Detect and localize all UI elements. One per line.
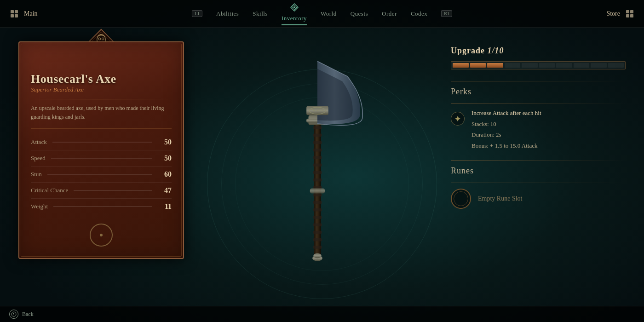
- rune-slot[interactable]: Empty Rune Slot: [451, 189, 626, 209]
- back-button[interactable]: Back: [9, 310, 34, 319]
- upgrade-segment-2: [487, 63, 503, 68]
- perk-details: Increase Attack after each hit Stacks: 1…: [472, 109, 626, 151]
- upgrade-segment-7: [574, 63, 590, 68]
- bottom-bar: Back: [0, 306, 644, 322]
- nav-item-world[interactable]: World: [321, 8, 337, 20]
- store-label[interactable]: Store: [606, 10, 620, 17]
- stat-row-critical: Critical Chance 47: [31, 183, 172, 199]
- main-content: Housecarl's Axe Superior Bearded Axe An …: [0, 28, 644, 322]
- upgrade-segment-8: [591, 63, 607, 68]
- svg-rect-28: [313, 208, 322, 212]
- svg-rect-3: [15, 14, 18, 17]
- perks-divider: [451, 81, 626, 81]
- nav-item-abilities[interactable]: Abilities: [216, 8, 239, 20]
- back-icon: [9, 310, 18, 319]
- back-label: Back: [22, 311, 34, 318]
- svg-rect-23: [313, 171, 322, 174]
- nav-right: Store: [606, 9, 635, 19]
- upgrade-segment-0: [453, 63, 469, 68]
- stat-bar-critical: [74, 190, 152, 191]
- main-label: Main: [24, 10, 38, 17]
- svg-rect-20: [313, 149, 322, 152]
- svg-rect-1: [15, 10, 18, 13]
- nav-item-inventory[interactable]: Inventory: [282, 12, 307, 24]
- svg-rect-26: [313, 193, 322, 196]
- r1-button[interactable]: R1: [441, 10, 452, 17]
- upgrade-segment-1: [470, 63, 486, 68]
- upgrade-segment-3: [505, 63, 521, 68]
- upgrade-segment-5: [539, 63, 555, 68]
- svg-rect-32: [313, 238, 322, 242]
- runes-divider: [451, 160, 626, 161]
- svg-rect-27: [313, 201, 322, 204]
- weapon-card: Housecarl's Axe Superior Bearded Axe An …: [18, 41, 184, 259]
- upgrade-section: Upgrade 1/10: [451, 46, 626, 69]
- svg-rect-29: [313, 216, 322, 219]
- svg-rect-24: [313, 178, 322, 182]
- perk-duration: Duration: 2s: [472, 129, 626, 140]
- svg-point-39: [313, 253, 321, 258]
- rune-inner: [454, 191, 468, 206]
- upgrade-bar: [451, 61, 626, 69]
- svg-rect-33: [313, 246, 322, 249]
- right-panel: Upgrade 1/10 Perks Increase Attack after…: [451, 41, 626, 209]
- weapon-divider: [31, 99, 172, 99]
- perks-title: Perks: [451, 87, 626, 97]
- svg-point-41: [12, 312, 16, 316]
- svg-rect-10: [630, 14, 633, 17]
- stat-bar-attack: [52, 142, 152, 143]
- weapon-bottom: [31, 224, 172, 247]
- weapon-description: An upscale bearded axe, used by men who …: [31, 104, 172, 121]
- perk-bonus: Bonus: + 1.5 to 15.0 Attack: [472, 140, 626, 151]
- upgrade-segment-6: [556, 63, 572, 68]
- weapon-axe-image: [253, 41, 382, 281]
- svg-rect-30: [313, 223, 322, 226]
- stat-value-critical: 47: [158, 186, 172, 195]
- l1-button[interactable]: L1: [192, 10, 202, 17]
- runes-section: Runes Empty Rune Slot: [451, 166, 626, 209]
- runes-title: Runes: [451, 166, 626, 176]
- svg-rect-7: [626, 10, 629, 13]
- svg-rect-17: [313, 126, 322, 129]
- upgrade-title: Upgrade 1/10: [451, 46, 626, 56]
- perk-item: Increase Attack after each hit Stacks: 1…: [451, 109, 626, 151]
- upgrade-label: Upgrade: [451, 46, 488, 55]
- compass-inner: [100, 234, 103, 236]
- stat-row-stun: Stun 60: [31, 167, 172, 183]
- nav-center: L1 Abilities Skills Inventory World Ques…: [192, 3, 452, 24]
- svg-rect-8: [630, 10, 633, 13]
- upgrade-level: 1/10: [488, 46, 504, 55]
- svg-point-6: [293, 6, 295, 8]
- stat-label-weight: Weight: [31, 203, 48, 210]
- svg-rect-9: [626, 14, 629, 17]
- nav-item-skills[interactable]: Skills: [253, 8, 268, 20]
- svg-rect-31: [313, 231, 322, 234]
- stat-label-attack: Attack: [31, 138, 47, 146]
- weapon-image-area: [184, 41, 451, 281]
- svg-rect-0: [11, 10, 14, 13]
- svg-rect-40: [310, 189, 325, 194]
- stat-bar-speed: [51, 158, 152, 159]
- weapon-subtitle: Superior Bearded Axe: [31, 86, 172, 93]
- perks-inner-divider: [451, 104, 626, 104]
- store-icon: [625, 9, 635, 19]
- svg-rect-19: [313, 141, 322, 144]
- rune-circle: [451, 189, 471, 209]
- nav-item-inventory-wrap[interactable]: Inventory: [282, 3, 307, 24]
- svg-rect-21: [313, 156, 322, 159]
- nav-item-order[interactable]: Order: [382, 8, 397, 20]
- weapon-name: Housecarl's Axe: [31, 72, 172, 86]
- nav-item-codex[interactable]: Codex: [411, 8, 427, 20]
- inventory-diamond-icon: [290, 3, 298, 12]
- stat-label-speed: Speed: [31, 155, 46, 162]
- perk-icon: [451, 112, 465, 126]
- svg-rect-22: [313, 163, 322, 167]
- stat-label-stun: Stun: [31, 171, 42, 178]
- stat-row-attack: Attack 50: [31, 134, 172, 150]
- nav-item-quests[interactable]: Quests: [351, 8, 368, 20]
- weapon-card-inner: Housecarl's Axe Superior Bearded Axe An …: [18, 41, 184, 259]
- weapon-divider2: [31, 128, 172, 129]
- stat-bar-weight: [53, 206, 152, 207]
- top-navigation: Main L1 Abilities Skills Inventory World…: [0, 0, 644, 28]
- stat-value-attack: 50: [158, 138, 172, 146]
